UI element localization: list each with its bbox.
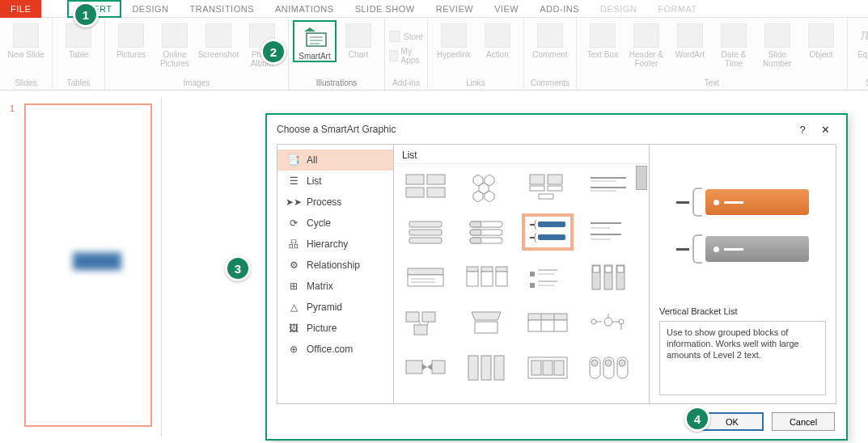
cat-process[interactable]: ➤➤Process xyxy=(277,192,393,213)
layout-opposing-arrows[interactable] xyxy=(402,352,449,384)
pictures-button[interactable]: Pictures xyxy=(109,20,153,59)
gallery-scroll[interactable] xyxy=(394,164,649,403)
preview-dash-icon xyxy=(676,248,689,251)
comment-button[interactable]: Comment xyxy=(528,20,572,59)
svg-line-66 xyxy=(427,322,429,325)
datetime-button[interactable]: Date & Time xyxy=(712,20,756,68)
svg-marker-0 xyxy=(304,27,315,32)
tab-strip: FILE INSERT DESIGN TRANSITIONS ANIMATION… xyxy=(0,0,868,18)
wordart-button[interactable]: WordArt xyxy=(668,20,712,59)
header-footer-button[interactable]: Header & Footer xyxy=(625,20,668,68)
layout-hexagon[interactable] xyxy=(463,171,510,203)
layout-lined-list[interactable] xyxy=(585,171,632,203)
svg-rect-5 xyxy=(406,175,424,184)
svg-rect-14 xyxy=(530,175,544,184)
tab-file[interactable]: FILE xyxy=(0,0,41,18)
preview-bracket-icon xyxy=(692,234,702,264)
svg-rect-80 xyxy=(406,361,422,373)
myapps-button[interactable]: My Apps xyxy=(389,47,423,65)
smartart-button[interactable]: SmartArt xyxy=(293,20,337,62)
tab-addins[interactable]: ADD-INS xyxy=(529,0,590,18)
svg-rect-18 xyxy=(539,194,553,199)
chart-icon xyxy=(345,23,371,48)
equation-button[interactable]: πEquation xyxy=(852,20,868,59)
slide-thumbnail[interactable] xyxy=(24,103,152,427)
chart-button[interactable]: Chart xyxy=(337,20,380,59)
cat-picture[interactable]: 🖼Picture xyxy=(277,318,393,339)
cat-pyramid[interactable]: △Pyramid xyxy=(277,297,393,318)
tab-design[interactable]: DESIGN xyxy=(121,0,179,18)
hyperlink-button[interactable]: Hyperlink xyxy=(432,20,476,59)
layout-varying-width[interactable] xyxy=(585,216,632,248)
layout-vertical-bracket-list[interactable] xyxy=(524,216,571,248)
comment-icon xyxy=(537,23,563,48)
table-button[interactable]: Table xyxy=(57,20,100,59)
screenshot-button[interactable]: Screenshot xyxy=(197,20,240,59)
tab-transitions[interactable]: TRANSITIONS xyxy=(180,0,265,18)
layout-trapezoid[interactable] xyxy=(463,306,510,339)
layout-vertical-block[interactable] xyxy=(463,352,510,384)
layout-table-list[interactable] xyxy=(524,306,571,339)
object-button[interactable]: Object xyxy=(799,20,843,59)
equation-icon: π xyxy=(861,23,868,48)
store-button[interactable]: Store xyxy=(389,31,423,42)
layout-picture-caption[interactable] xyxy=(524,171,571,203)
tab-view[interactable]: VIEW xyxy=(484,0,529,18)
help-button[interactable]: ? xyxy=(791,124,814,136)
cat-all[interactable]: 📑All xyxy=(277,150,393,171)
group-label-addins: Add-ins xyxy=(392,78,420,90)
cat-matrix[interactable]: ⊞Matrix xyxy=(277,276,393,297)
new-slide-button[interactable]: New Slide xyxy=(4,20,48,59)
object-icon xyxy=(808,23,834,48)
group-label-slides: Slides xyxy=(15,78,36,90)
slide-thumbnail-rail: 1 xyxy=(0,97,162,437)
cat-list[interactable]: ☰List xyxy=(277,171,393,192)
cancel-button[interactable]: Cancel xyxy=(772,412,835,431)
cat-relationship[interactable]: ⚙Relationship xyxy=(277,255,393,276)
svg-rect-83 xyxy=(432,361,445,373)
tab-design-contextual[interactable]: DESIGN xyxy=(590,0,647,18)
cat-hierarchy[interactable]: 品Hierarchy xyxy=(277,234,393,255)
layout-pill[interactable] xyxy=(585,352,632,384)
svg-rect-48 xyxy=(481,272,493,286)
pictures-icon xyxy=(118,23,144,48)
layout-square-accent[interactable] xyxy=(524,261,571,293)
textbox-button[interactable]: Text Box xyxy=(581,20,625,59)
layout-stacked[interactable] xyxy=(402,261,449,293)
online-pictures-button[interactable]: Online Pictures xyxy=(153,20,197,68)
layout-segmented[interactable] xyxy=(585,306,632,339)
layout-tab-list[interactable] xyxy=(463,216,510,248)
group-tables: Table Tables xyxy=(53,18,105,90)
svg-point-73 xyxy=(591,319,596,324)
tab-slideshow[interactable]: SLIDE SHOW xyxy=(345,0,426,18)
tab-animations[interactable]: ANIMATIONS xyxy=(265,0,345,18)
svg-rect-86 xyxy=(494,356,504,380)
tab-home-hidden[interactable] xyxy=(41,0,67,18)
preview-bar-2 xyxy=(705,236,809,262)
store-icon xyxy=(389,31,400,42)
layout-vertical-picture[interactable] xyxy=(585,261,632,293)
layout-grouped[interactable] xyxy=(524,352,571,384)
ok-button[interactable]: OK xyxy=(701,412,764,431)
svg-rect-44 xyxy=(467,267,478,272)
slidenumber-button[interactable]: Slide Number xyxy=(756,20,799,68)
layout-horizontal-bullet[interactable] xyxy=(463,261,510,293)
scrollbar-thumb[interactable] xyxy=(636,166,647,190)
tab-format-contextual[interactable]: FORMAT xyxy=(647,0,708,18)
svg-rect-85 xyxy=(481,356,491,380)
wordart-icon xyxy=(677,23,703,48)
svg-rect-64 xyxy=(414,325,427,335)
svg-marker-67 xyxy=(472,312,501,320)
cat-office[interactable]: ⊕Office.com xyxy=(277,339,393,360)
svg-rect-59 xyxy=(605,266,612,272)
cat-cycle[interactable]: ⟳Cycle xyxy=(277,213,393,234)
svg-point-77 xyxy=(619,319,624,324)
layout-vertical-box[interactable] xyxy=(402,216,449,248)
tab-review[interactable]: REVIEW xyxy=(426,0,484,18)
layout-bending-picture[interactable] xyxy=(402,306,449,339)
svg-rect-61 xyxy=(617,266,624,272)
layout-basic-block[interactable] xyxy=(402,171,449,203)
action-button[interactable]: Action xyxy=(476,20,519,59)
svg-rect-45 xyxy=(481,267,493,272)
close-button[interactable]: ✕ xyxy=(814,124,836,136)
